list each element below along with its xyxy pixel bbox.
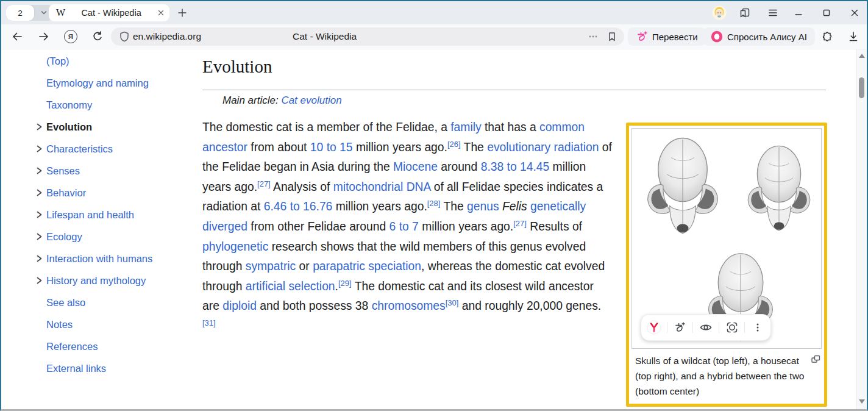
sidebar-item-label: Notes [46, 319, 73, 331]
vertical-scrollbar[interactable] [856, 49, 867, 409]
enlarge-icon[interactable] [811, 354, 820, 364]
sidebar-item-interaction-with-humans[interactable]: Interaction with humans [32, 248, 196, 270]
sidebar-item-top[interactable]: (Top) [32, 50, 196, 72]
sidebar-item-taxonomy[interactable]: Taxonomy [32, 94, 196, 116]
sidebar-item-see-also[interactable]: See also [32, 291, 196, 313]
heading-divider [202, 90, 826, 90]
scrollbar-thumb[interactable] [859, 77, 864, 98]
wiki-link[interactable]: artificial selection [246, 280, 335, 293]
address-bar[interactable]: en.wikipedia.org Cat - Wikipedia [111, 27, 624, 46]
site-shield-icon[interactable] [118, 30, 130, 43]
wiki-link[interactable]: parapatric speciation [313, 260, 421, 273]
browser-tab[interactable]: W Cat - Wikipedia [49, 4, 169, 21]
sidebar-item-label: Lifespan and health [46, 209, 134, 221]
ask-alice-label: Спросить Алису AI [727, 32, 807, 42]
scroll-down-arrow[interactable] [859, 399, 865, 404]
sidebar-item-label: Taxonomy [46, 99, 92, 111]
translate-image-icon[interactable] [667, 320, 693, 335]
sidebar-item-label: See also [46, 297, 85, 309]
minimize-icon[interactable] [791, 5, 806, 20]
sidebar-item-evolution[interactable]: Evolution [32, 116, 196, 138]
wiki-link[interactable]: 6.46 to 16.76 [264, 200, 333, 213]
chevron-right-icon[interactable] [32, 210, 46, 219]
page-content: (Top) Etymology and naming Taxonomy Ev [1, 49, 867, 409]
chevron-right-icon[interactable] [32, 123, 46, 131]
sidebar-item-label: Senses [46, 165, 80, 177]
sidebar-item-characteristics[interactable]: Characteristics [32, 138, 196, 160]
wiki-link[interactable]: phylogenetic [202, 240, 268, 253]
citation-ref[interactable]: [27] [513, 219, 527, 228]
sidebar-item-references[interactable]: References [32, 335, 196, 357]
menu-icon[interactable] [766, 5, 780, 20]
sidebar-item-external-links[interactable]: External links [32, 357, 196, 379]
wiki-link[interactable]: evolutionary radiation [487, 141, 599, 154]
yandex-home-icon[interactable]: Я [63, 29, 78, 44]
wiki-link[interactable]: Miocene [393, 160, 438, 173]
citation-ref[interactable]: [28] [427, 199, 441, 208]
scroll-up-arrow[interactable] [859, 54, 865, 58]
bookmark-icon[interactable] [605, 29, 619, 44]
more-kebab-icon[interactable] [745, 320, 770, 335]
more-icon[interactable] [585, 29, 601, 44]
sidebar-item-label: External links [46, 363, 106, 374]
forward-icon[interactable] [37, 29, 51, 44]
citation-ref[interactable]: [31] [202, 318, 216, 327]
maximize-icon[interactable] [819, 5, 834, 20]
chevron-right-icon[interactable] [32, 276, 46, 285]
wiki-link[interactable]: 8.38 to 14.45 [481, 160, 550, 173]
reload-icon[interactable] [90, 29, 105, 44]
tab-counter[interactable]: 2 [6, 5, 54, 21]
sidebar-item-senses[interactable]: Senses [32, 160, 196, 182]
tab-count[interactable]: 2 [6, 5, 34, 21]
sidebar-item-ecology[interactable]: Ecology [32, 226, 196, 248]
tab-title: Cat - Wikipedia [65, 8, 157, 18]
sidebar-item-history-and-mythology[interactable]: History and mythology [32, 270, 196, 291]
figure-caption-text: Skulls of a wildcat (top left), a housec… [635, 356, 804, 396]
address-page-title: Cat - Wikipedia [293, 27, 357, 46]
citation-ref[interactable]: [29] [338, 278, 352, 287]
chevron-right-icon[interactable] [32, 232, 46, 241]
ask-alice-button[interactable]: Спросить Алису AI [703, 27, 815, 46]
chevron-right-icon[interactable] [32, 188, 46, 197]
image-search-icon[interactable] [719, 320, 745, 335]
sidebar-item-label: (Top) [46, 55, 69, 67]
downloads-icon[interactable] [846, 29, 861, 44]
wiki-link[interactable]: chromosomes [372, 299, 446, 312]
chevron-right-icon[interactable] [32, 254, 46, 263]
wiki-link[interactable]: 10 to 15 [310, 141, 353, 154]
citation-ref[interactable]: [26] [447, 139, 461, 148]
back-icon[interactable] [10, 29, 24, 44]
url-text[interactable]: en.wikipedia.org [133, 27, 201, 46]
yandex-logo-icon[interactable] [641, 320, 667, 335]
sidebar-item-label: Interaction with humans [46, 253, 152, 265]
citation-ref[interactable]: [27] [257, 179, 271, 188]
main-article-link[interactable]: Cat evolution [281, 95, 341, 106]
wiki-link[interactable]: mitochondrial DNA [333, 180, 431, 193]
main-article-note: Main article: Cat evolution [222, 95, 342, 107]
wiki-link[interactable]: genus [467, 200, 499, 213]
profile-avatar[interactable] [712, 5, 727, 20]
side-panel-icon[interactable] [738, 5, 752, 20]
sidebar-item-lifespan-and-health[interactable]: Lifespan and health [32, 204, 196, 226]
sidebar-item-behavior[interactable]: Behavior [32, 182, 196, 204]
wiki-link[interactable]: sympatric [246, 260, 296, 273]
sidebar-item-etymology-and-naming[interactable]: Etymology and naming [32, 72, 196, 94]
wiki-link[interactable]: family [450, 121, 481, 134]
chevron-right-icon[interactable] [32, 166, 46, 175]
wiki-link[interactable]: 6 to 7 [390, 220, 419, 233]
navigation-toolbar: Я en.wikipedia.org Cat - Wikipedia [1, 24, 867, 49]
chevron-right-icon[interactable] [32, 145, 46, 153]
sidebar-item-label: References [46, 341, 98, 352]
new-tab-icon[interactable] [176, 6, 189, 20]
figure-image[interactable] [631, 128, 822, 349]
close-tab-icon[interactable] [157, 9, 165, 16]
citation-ref[interactable]: [30] [446, 298, 459, 307]
sidebar-item-label: Evolution [46, 121, 92, 133]
close-window-icon[interactable] [847, 5, 862, 20]
extensions-icon[interactable] [819, 29, 834, 44]
sidebar-item-notes[interactable]: Notes [32, 313, 196, 335]
wiki-link[interactable]: diploid [222, 299, 257, 312]
translate-button[interactable]: Перевести [628, 27, 706, 46]
eye-icon[interactable] [693, 320, 719, 335]
wikipedia-favicon: W [56, 7, 65, 18]
